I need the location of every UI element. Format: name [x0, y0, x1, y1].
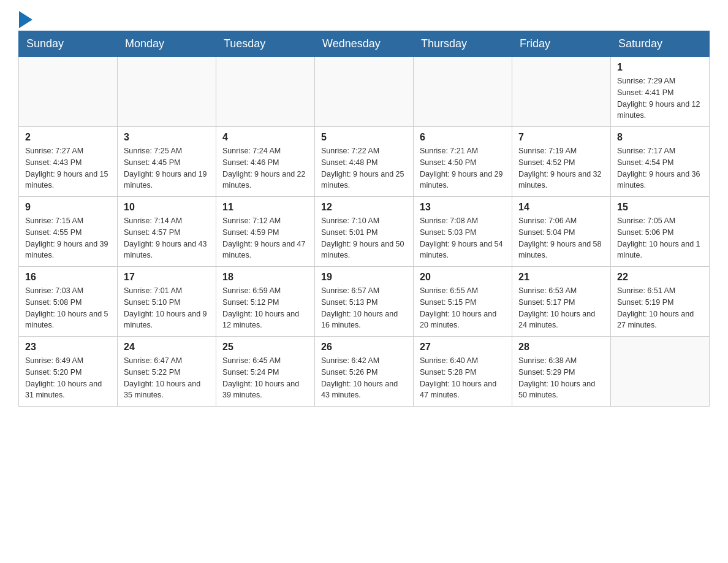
day-info: Sunrise: 7:05 AMSunset: 5:06 PMDaylight:… — [617, 215, 703, 261]
day-info: Sunrise: 6:42 AMSunset: 5:26 PMDaylight:… — [321, 355, 407, 401]
calendar-week-row: 9Sunrise: 7:15 AMSunset: 4:55 PMDaylight… — [19, 197, 710, 267]
weekday-header-thursday: Thursday — [414, 31, 512, 57]
calendar-week-row: 23Sunrise: 6:49 AMSunset: 5:20 PMDayligh… — [19, 337, 710, 407]
calendar-cell: 8Sunrise: 7:17 AMSunset: 4:54 PMDaylight… — [611, 127, 710, 197]
day-info: Sunrise: 6:47 AMSunset: 5:22 PMDaylight:… — [124, 355, 210, 401]
calendar-week-row: 1Sunrise: 7:29 AMSunset: 4:41 PMDaylight… — [19, 57, 710, 127]
calendar-cell: 17Sunrise: 7:01 AMSunset: 5:10 PMDayligh… — [118, 267, 216, 337]
calendar-cell: 20Sunrise: 6:55 AMSunset: 5:15 PMDayligh… — [414, 267, 512, 337]
day-number: 18 — [222, 272, 308, 283]
day-number: 6 — [420, 132, 506, 143]
day-number: 17 — [124, 272, 210, 283]
day-number: 27 — [420, 342, 506, 353]
calendar-cell: 18Sunrise: 6:59 AMSunset: 5:12 PMDayligh… — [216, 267, 315, 337]
calendar-cell: 15Sunrise: 7:05 AMSunset: 5:06 PMDayligh… — [611, 197, 710, 267]
day-info: Sunrise: 7:29 AMSunset: 4:41 PMDaylight:… — [617, 75, 703, 121]
day-info: Sunrise: 7:22 AMSunset: 4:48 PMDaylight:… — [321, 145, 407, 191]
calendar-cell: 26Sunrise: 6:42 AMSunset: 5:26 PMDayligh… — [315, 337, 414, 407]
weekday-header-friday: Friday — [512, 31, 611, 57]
day-info: Sunrise: 7:08 AMSunset: 5:03 PMDaylight:… — [420, 215, 506, 261]
day-info: Sunrise: 7:03 AMSunset: 5:08 PMDaylight:… — [25, 285, 111, 331]
calendar-cell: 9Sunrise: 7:15 AMSunset: 4:55 PMDaylight… — [19, 197, 118, 267]
day-info: Sunrise: 6:57 AMSunset: 5:13 PMDaylight:… — [321, 285, 407, 331]
day-info: Sunrise: 7:01 AMSunset: 5:10 PMDaylight:… — [124, 285, 210, 331]
calendar-cell: 16Sunrise: 7:03 AMSunset: 5:08 PMDayligh… — [19, 267, 118, 337]
calendar-cell — [315, 57, 414, 127]
day-number: 23 — [25, 342, 111, 353]
day-info: Sunrise: 7:06 AMSunset: 5:04 PMDaylight:… — [518, 215, 604, 261]
weekday-header-wednesday: Wednesday — [315, 31, 414, 57]
calendar-cell: 25Sunrise: 6:45 AMSunset: 5:24 PMDayligh… — [216, 337, 315, 407]
day-number: 10 — [124, 202, 210, 213]
day-number: 3 — [124, 132, 210, 143]
day-info: Sunrise: 6:40 AMSunset: 5:28 PMDaylight:… — [420, 355, 506, 401]
calendar-cell — [512, 57, 611, 127]
calendar-cell — [19, 57, 118, 127]
day-number: 11 — [222, 202, 308, 213]
day-info: Sunrise: 7:17 AMSunset: 4:54 PMDaylight:… — [617, 145, 703, 191]
weekday-header-saturday: Saturday — [611, 31, 710, 57]
day-number: 7 — [518, 132, 604, 143]
calendar-cell: 3Sunrise: 7:25 AMSunset: 4:45 PMDaylight… — [118, 127, 216, 197]
calendar-table: SundayMondayTuesdayWednesdayThursdayFrid… — [18, 31, 710, 407]
day-info: Sunrise: 6:55 AMSunset: 5:15 PMDaylight:… — [420, 285, 506, 331]
logo — [18, 12, 32, 25]
day-info: Sunrise: 7:10 AMSunset: 5:01 PMDaylight:… — [321, 215, 407, 261]
day-info: Sunrise: 7:15 AMSunset: 4:55 PMDaylight:… — [25, 215, 111, 261]
weekday-header-row: SundayMondayTuesdayWednesdayThursdayFrid… — [19, 31, 710, 57]
calendar-cell: 13Sunrise: 7:08 AMSunset: 5:03 PMDayligh… — [414, 197, 512, 267]
calendar-cell: 5Sunrise: 7:22 AMSunset: 4:48 PMDaylight… — [315, 127, 414, 197]
day-info: Sunrise: 7:21 AMSunset: 4:50 PMDaylight:… — [420, 145, 506, 191]
day-info: Sunrise: 7:24 AMSunset: 4:46 PMDaylight:… — [222, 145, 308, 191]
calendar-cell: 6Sunrise: 7:21 AMSunset: 4:50 PMDaylight… — [414, 127, 512, 197]
day-number: 2 — [25, 132, 111, 143]
day-number: 12 — [321, 202, 407, 213]
day-info: Sunrise: 7:14 AMSunset: 4:57 PMDaylight:… — [124, 215, 210, 261]
day-number: 21 — [518, 272, 604, 283]
day-info: Sunrise: 6:53 AMSunset: 5:17 PMDaylight:… — [518, 285, 604, 331]
calendar-cell: 2Sunrise: 7:27 AMSunset: 4:43 PMDaylight… — [19, 127, 118, 197]
day-info: Sunrise: 6:38 AMSunset: 5:29 PMDaylight:… — [518, 355, 604, 401]
calendar-cell: 7Sunrise: 7:19 AMSunset: 4:52 PMDaylight… — [512, 127, 611, 197]
calendar-cell: 24Sunrise: 6:47 AMSunset: 5:22 PMDayligh… — [118, 337, 216, 407]
day-info: Sunrise: 7:27 AMSunset: 4:43 PMDaylight:… — [25, 145, 111, 191]
weekday-header-monday: Monday — [118, 31, 216, 57]
day-info: Sunrise: 6:45 AMSunset: 5:24 PMDaylight:… — [222, 355, 308, 401]
day-info: Sunrise: 7:19 AMSunset: 4:52 PMDaylight:… — [518, 145, 604, 191]
calendar-cell: 23Sunrise: 6:49 AMSunset: 5:20 PMDayligh… — [19, 337, 118, 407]
day-info: Sunrise: 6:59 AMSunset: 5:12 PMDaylight:… — [222, 285, 308, 331]
day-number: 8 — [617, 132, 703, 143]
day-number: 5 — [321, 132, 407, 143]
calendar-cell: 4Sunrise: 7:24 AMSunset: 4:46 PMDaylight… — [216, 127, 315, 197]
calendar-cell — [414, 57, 512, 127]
logo-arrow-icon — [19, 11, 32, 28]
day-number: 13 — [420, 202, 506, 213]
calendar-cell: 19Sunrise: 6:57 AMSunset: 5:13 PMDayligh… — [315, 267, 414, 337]
day-number: 22 — [617, 272, 703, 283]
calendar-cell — [118, 57, 216, 127]
day-number: 1 — [617, 62, 703, 73]
calendar-cell — [216, 57, 315, 127]
day-number: 24 — [124, 342, 210, 353]
day-number: 15 — [617, 202, 703, 213]
day-number: 20 — [420, 272, 506, 283]
calendar-cell: 27Sunrise: 6:40 AMSunset: 5:28 PMDayligh… — [414, 337, 512, 407]
day-number: 14 — [518, 202, 604, 213]
weekday-header-sunday: Sunday — [19, 31, 118, 57]
day-number: 25 — [222, 342, 308, 353]
calendar-cell — [611, 337, 710, 407]
day-number: 26 — [321, 342, 407, 353]
calendar-cell: 21Sunrise: 6:53 AMSunset: 5:17 PMDayligh… — [512, 267, 611, 337]
day-number: 19 — [321, 272, 407, 283]
svg-marker-0 — [19, 11, 32, 28]
page-header — [18, 12, 710, 25]
calendar-cell: 10Sunrise: 7:14 AMSunset: 4:57 PMDayligh… — [118, 197, 216, 267]
calendar-cell: 14Sunrise: 7:06 AMSunset: 5:04 PMDayligh… — [512, 197, 611, 267]
calendar-cell: 22Sunrise: 6:51 AMSunset: 5:19 PMDayligh… — [611, 267, 710, 337]
calendar-cell: 11Sunrise: 7:12 AMSunset: 4:59 PMDayligh… — [216, 197, 315, 267]
day-info: Sunrise: 7:12 AMSunset: 4:59 PMDaylight:… — [222, 215, 308, 261]
day-number: 16 — [25, 272, 111, 283]
calendar-week-row: 2Sunrise: 7:27 AMSunset: 4:43 PMDaylight… — [19, 127, 710, 197]
calendar-week-row: 16Sunrise: 7:03 AMSunset: 5:08 PMDayligh… — [19, 267, 710, 337]
day-number: 4 — [222, 132, 308, 143]
